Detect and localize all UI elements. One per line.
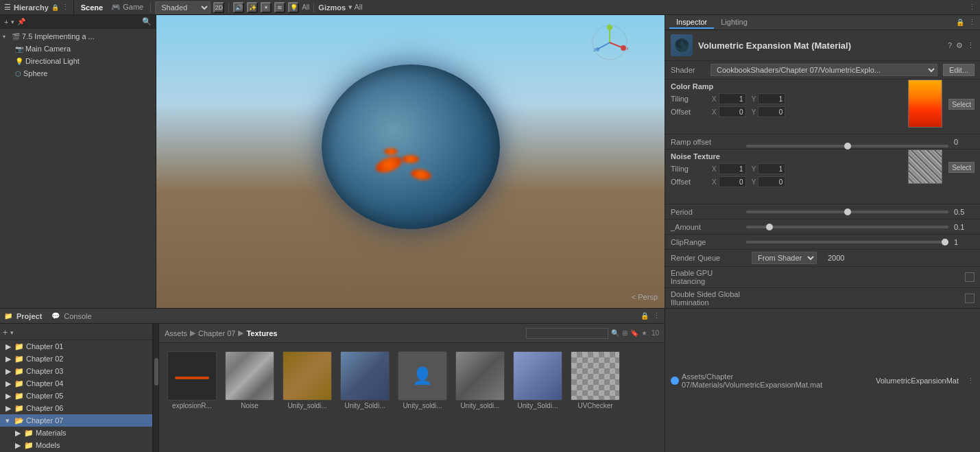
light-icon: 💡: [15, 58, 23, 65]
hierarchy-tab-label[interactable]: Hierarchy: [14, 3, 49, 12]
breadcrumb-chapter07[interactable]: Chapter 07: [198, 329, 235, 337]
asset-unity-soldi2[interactable]: Unity_Soldi...: [337, 348, 392, 412]
folder-icon: 📁: [14, 404, 24, 413]
tab-inspector[interactable]: Inspector: [669, 16, 714, 29]
asset-unity-soldi4[interactable]: Unity_soldi...: [453, 348, 507, 412]
settings-icon[interactable]: ⚙: [956, 41, 963, 50]
cliprange-label: ClipRange: [671, 238, 746, 246]
game-tab[interactable]: 🎮 Game: [108, 3, 146, 12]
2d-button[interactable]: 2D: [213, 2, 224, 13]
tree-item-chapter06[interactable]: ▶ 📁 Chapter 06: [0, 402, 152, 414]
hierarchy-light-item[interactable]: 💡 Directional Light: [0, 55, 156, 67]
hierarchy-scene-item[interactable]: ▾ 🎬 7.5 Implementing a ...: [0, 30, 156, 43]
scene-viewport[interactable]: Y X Z < Persp: [156, 15, 665, 308]
noise-offset-y-input[interactable]: [758, 176, 785, 187]
separator1: [150, 3, 151, 12]
color-ramp-gradient: [908, 80, 942, 128]
view-icon[interactable]: ⊞: [622, 329, 628, 337]
tree-item-models[interactable]: ▶ 📁 Models: [0, 439, 152, 451]
inspector-menu-icon[interactable]: ⋮: [968, 18, 976, 27]
assets-grid: explosionR... Noise Unity_soldi...: [159, 343, 665, 452]
tab-lighting[interactable]: Lighting: [714, 16, 754, 29]
hierarchy-lock-icon: 🔒: [51, 4, 59, 11]
render-queue-dropdown[interactable]: From Shader Geometry Transparent: [752, 252, 817, 264]
assets-area: Assets ▶ Chapter 07 ▶ Textures 🔍 ⊞ 🔖 ★ 1…: [159, 324, 665, 452]
scene-more-icon[interactable]: ⋮: [968, 3, 976, 12]
asset-unity-soldi1[interactable]: Unity_soldi...: [280, 348, 335, 412]
status-more-icon[interactable]: ⋮: [967, 377, 975, 385]
tiling-x-item: X: [712, 93, 746, 104]
gizmos-label[interactable]: Gizmos: [318, 3, 346, 12]
hierarchy-menu-icon[interactable]: ⋮: [62, 3, 69, 12]
expand-arrow-open: ▾: [5, 416, 12, 425]
hierarchy-camera-item[interactable]: 📷 Main Camera: [0, 43, 156, 55]
ramp-offset-slider[interactable]: [746, 145, 948, 147]
breadcrumb-assets[interactable]: Assets: [165, 329, 187, 337]
add-icon[interactable]: +: [4, 18, 8, 26]
tree-item-chapter01[interactable]: ▶ 📁 Chapter 01: [0, 340, 152, 353]
folder-icon: 📁: [14, 355, 24, 364]
tiling-y-input[interactable]: [758, 93, 785, 104]
noise-tiling-x-input[interactable]: [719, 163, 746, 174]
asset-unity-soldi5[interactable]: Unity_Soldi...: [510, 348, 565, 412]
offset-x-input[interactable]: [719, 106, 746, 117]
console-tab-label[interactable]: Console: [64, 312, 91, 320]
asset-explosion[interactable]: explosionR...: [165, 348, 219, 412]
uvchecker-label: UVChecker: [571, 402, 620, 409]
asset-unity-soldi3[interactable]: 👤 Unity_soldi...: [395, 348, 450, 412]
expand-arrow: ▶: [5, 404, 12, 413]
noise-offset-y-label: Y: [752, 178, 756, 186]
fog-button[interactable]: ≋: [274, 2, 285, 13]
scene-tab[interactable]: Scene: [78, 3, 106, 12]
period-value: 0.5: [954, 208, 975, 216]
tree-item-chapter07[interactable]: ▾ 📂 Chapter 07: [0, 414, 152, 427]
tree-item-chapter03[interactable]: ▶ 📁 Chapter 03: [0, 365, 152, 377]
help-icon[interactable]: ?: [948, 41, 952, 50]
cliprange-slider[interactable]: [746, 241, 948, 243]
persp-label: < Persp: [632, 293, 658, 301]
flare-button[interactable]: 💡: [288, 2, 299, 13]
project-tab-label[interactable]: Project: [16, 312, 42, 320]
noise-offset-x-input[interactable]: [719, 176, 746, 187]
hierarchy-content: ▾ 🎬 7.5 Implementing a ... 📷 Main Camera…: [0, 29, 156, 308]
hierarchy-sphere-item[interactable]: ⬡ Sphere: [0, 67, 156, 80]
filter-icon[interactable]: 🔖: [630, 329, 638, 337]
tree-scrollbar[interactable]: [153, 324, 158, 452]
offset-y-input[interactable]: [758, 106, 785, 117]
lava-detail-1: [373, 154, 403, 176]
double-sided-checkbox[interactable]: [965, 294, 975, 303]
color-ramp-select-btn[interactable]: Select: [948, 99, 975, 110]
shading-dropdown[interactable]: Shaded Wireframe: [155, 1, 211, 14]
asset-noise[interactable]: Noise: [222, 348, 277, 412]
fx-button[interactable]: ✨: [247, 2, 258, 13]
period-slider[interactable]: [746, 211, 948, 213]
inspector-scroll[interactable]: 🌑 Volumetric Expansion Mat (Material) ? …: [665, 30, 980, 308]
camera-icon: 📷: [15, 45, 23, 53]
noise-select-btn[interactable]: Select: [948, 162, 975, 173]
tree-item-chapter02[interactable]: ▶ 📁 Chapter 02: [0, 353, 152, 365]
edit-button[interactable]: Edit...: [943, 64, 975, 76]
scene-gizmo[interactable]: Y X Z: [589, 22, 630, 63]
svg-text:Y: Y: [608, 23, 610, 27]
star-icon[interactable]: ★: [641, 329, 647, 337]
breadcrumb-textures[interactable]: Textures: [246, 329, 277, 337]
tree-item-chapter04[interactable]: ▶ 📁 Chapter 04: [0, 377, 152, 390]
asset-uvchecker[interactable]: UVChecker: [568, 348, 623, 412]
amount-slider[interactable]: [746, 226, 948, 228]
skybox-button[interactable]: ☀: [261, 2, 272, 13]
project-add-icon[interactable]: +: [3, 328, 8, 337]
audio-button[interactable]: 🔊: [233, 2, 244, 13]
shader-dropdown[interactable]: CookbookShaders/Chapter 07/VolumetricExp…: [710, 64, 937, 76]
noise-texture-thumb: [908, 150, 942, 184]
more-icon[interactable]: ⋮: [967, 41, 975, 50]
tree-item-chapter05[interactable]: ▶ 📁 Chapter 05: [0, 390, 152, 402]
project-menu-icon[interactable]: ⋮: [653, 311, 660, 320]
noise-tiling-y-input[interactable]: [758, 163, 785, 174]
gpu-instancing-checkbox[interactable]: [965, 272, 975, 282]
tree-item-materials[interactable]: ▶ 📁 Materials: [0, 427, 152, 439]
tiling-x-input[interactable]: [719, 93, 746, 104]
material-header-icons: ? ⚙ ⋮: [948, 41, 975, 50]
assets-search-input[interactable]: [526, 328, 608, 339]
unity-soldi3-label: Unity_soldi...: [398, 402, 447, 409]
uvchecker-thumb: [571, 351, 620, 401]
